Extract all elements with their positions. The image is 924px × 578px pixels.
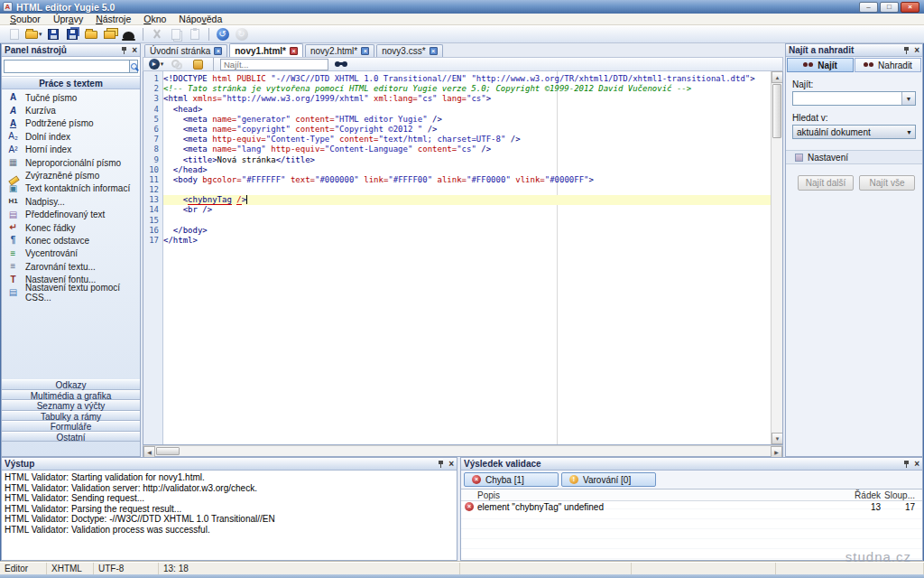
code-text[interactable]: <body bgcolor="#FFFFFF" text="#000000" l…	[163, 175, 771, 185]
settings-expander[interactable]: Nastavení	[786, 150, 922, 164]
tab-close-icon[interactable]: ×	[430, 47, 438, 55]
code-line-4[interactable]: 4 <head>	[143, 105, 771, 115]
tool-item-konec-odstavce[interactable]: ¶Konec odstavce	[2, 234, 140, 247]
tool-item-kurziva[interactable]: AKurzíva	[2, 104, 140, 117]
code-editor[interactable]: 1<!DOCTYPE html PUBLIC "-//W3C//DTD XHTM…	[143, 71, 783, 445]
menu-soubor[interactable]: Soubor	[4, 14, 47, 25]
title-bar[interactable]: A HTML editor Yugie 5.0 – □ ×	[0, 0, 924, 14]
code-line-10[interactable]: 10 </head>	[143, 165, 771, 175]
code-text[interactable]	[163, 185, 771, 195]
editor-vertical-scrollbar[interactable]: ▲ ▼	[771, 71, 782, 444]
undo-button[interactable]: ↺	[214, 26, 232, 42]
run-dropdown-icon[interactable]: ▾	[161, 61, 164, 68]
tool-item-tucne-pismo[interactable]: ATučné písmo	[2, 91, 140, 104]
code-text[interactable]: <!-- Tato stránka je vytvořena pomocí HT…	[163, 84, 771, 94]
find-combobox[interactable]: ▼	[792, 91, 916, 106]
output-log[interactable]: HTML Validator: Starting validation for …	[2, 471, 457, 560]
code-line-16[interactable]: 16 </body>	[143, 226, 771, 236]
cut-button[interactable]	[148, 26, 166, 42]
menu-nastroje[interactable]: Nástroje	[89, 14, 137, 25]
redo-button[interactable]: ↻	[233, 26, 251, 42]
code-line-6[interactable]: 6 <meta name="copyright" content="Copyri…	[143, 125, 771, 135]
code-text[interactable]: </html>	[163, 236, 771, 246]
pin-icon[interactable]	[903, 46, 910, 54]
code-line-17[interactable]: 17</html>	[143, 236, 771, 246]
save-button[interactable]	[44, 26, 62, 42]
tab-close-icon[interactable]: ×	[290, 47, 298, 55]
validation-row[interactable]: ×element "chybnyTag" undefined1317	[461, 501, 922, 512]
preview-button[interactable]	[120, 26, 138, 42]
close-icon[interactable]: ×	[914, 460, 919, 468]
validation-tab-varovani-0[interactable]: !Varování [0]	[561, 472, 656, 487]
category-tabulky-a-ramy[interactable]: Tabulky a rámy	[2, 411, 140, 422]
code-line-13[interactable]: 13 <chybnyTag />	[143, 195, 771, 205]
pin-icon[interactable]	[438, 460, 445, 468]
pin-icon[interactable]	[903, 460, 910, 468]
tool-item-podtrzene-pismo[interactable]: APodtržené písmo	[2, 117, 140, 130]
tab-replace[interactable]: Nahradit	[855, 58, 921, 72]
validate-button[interactable]	[189, 56, 207, 72]
code-line-9[interactable]: 9 <title>Nová stránka</title>	[143, 155, 771, 165]
section-header-text-tools[interactable]: Práce s textem	[2, 77, 140, 89]
tool-item-horni-index[interactable]: A²Horní index	[2, 144, 140, 156]
menu-upravy[interactable]: Úpravy	[47, 14, 89, 25]
chevron-down-icon[interactable]: ▾	[39, 31, 42, 38]
settings-gears-button[interactable]	[168, 56, 186, 72]
code-area[interactable]: 1<!DOCTYPE html PUBLIC "-//W3C//DTD XHTM…	[143, 71, 771, 444]
code-line-1[interactable]: 1<!DOCTYPE html PUBLIC "-//W3C//DTD XHTM…	[143, 74, 771, 84]
category-formulare[interactable]: Formuláře	[2, 421, 140, 432]
tool-item-text-kontaktnich-informaci[interactable]: ▣Text kontaktních informací	[2, 182, 140, 195]
code-text[interactable]	[163, 216, 771, 226]
code-text[interactable]: <head>	[163, 105, 771, 115]
tool-item-nadpisy[interactable]: H1Nadpisy...	[2, 195, 140, 208]
scope-select[interactable]: aktuální dokument▼	[792, 125, 916, 139]
find-all-button[interactable]: Najít vše	[859, 175, 915, 191]
tab-close-icon[interactable]: ×	[214, 47, 222, 55]
tool-item-nastaveni-textu-pomoci-css[interactable]: ▤Nastavení textu pomocí CSS...	[2, 286, 140, 299]
editor-search-input[interactable]	[220, 59, 328, 70]
menu-napoveda[interactable]: Nápověda	[172, 14, 228, 25]
code-line-2[interactable]: 2<!-- Tato stránka je vytvořena pomocí H…	[143, 84, 771, 94]
code-text[interactable]: <title>Nová stránka</title>	[163, 155, 771, 165]
tab-uvodni-stranka[interactable]: Úvodní stránka×	[144, 44, 227, 57]
code-text[interactable]: <meta name="lang" http-equiv="Content-La…	[163, 144, 771, 154]
pin-icon[interactable]	[121, 46, 128, 54]
tool-item-neproporcionalni-pismo[interactable]: ▦Neproporcionální písmo	[2, 156, 140, 169]
folder-copy-button[interactable]	[101, 26, 119, 42]
code-text[interactable]: <!DOCTYPE html PUBLIC "-//W3C//DTD XHTML…	[163, 74, 771, 84]
tab-find[interactable]: Najít	[787, 58, 854, 72]
code-text[interactable]: </body>	[163, 226, 771, 236]
column-radek[interactable]: Řádek	[841, 490, 881, 500]
tool-item-zarovnani-textu[interactable]: ≡Zarovnání textu...	[2, 260, 140, 273]
tool-item-zvyraznene-pismo[interactable]: Zvýrazněné písmo	[2, 169, 140, 182]
category-ostatni[interactable]: Ostatní	[2, 432, 140, 443]
copy-button[interactable]	[167, 26, 185, 42]
close-button[interactable]: ×	[901, 2, 919, 13]
category-seznamy-a-vycty[interactable]: Seznamy a výčty	[2, 400, 140, 411]
scroll-down-icon[interactable]: ▼	[772, 433, 783, 444]
code-text[interactable]: <chybnyTag />	[163, 195, 771, 205]
scrollbar-thumb[interactable]	[156, 447, 180, 455]
code-text[interactable]: <html xmlns="http://www.w3.org/1999/xhtm…	[163, 94, 771, 104]
editor-horizontal-scrollbar[interactable]: ◀ ▶	[143, 445, 783, 457]
code-text[interactable]: <meta name="copyright" content="Copyrigh…	[163, 125, 771, 135]
tool-item-konec-radky[interactable]: ↵Konec řádky	[2, 221, 140, 234]
close-icon[interactable]: ×	[448, 460, 454, 468]
scrollbar-thumb[interactable]	[772, 84, 781, 138]
code-line-15[interactable]: 15	[143, 216, 771, 226]
tools-search-input[interactable]	[4, 60, 129, 73]
code-line-11[interactable]: 11 <body bgcolor="#FFFFFF" text="#000000…	[143, 175, 771, 185]
validation-tab-chyba-1[interactable]: ×Chyba [1]	[464, 472, 559, 487]
category-odkazy[interactable]: Odkazy	[2, 379, 140, 390]
code-line-8[interactable]: 8 <meta name="lang" http-equiv="Content-…	[143, 144, 771, 154]
search-button[interactable]	[129, 60, 138, 73]
paste-button[interactable]	[186, 26, 204, 42]
chevron-down-icon[interactable]: ▼	[901, 92, 915, 105]
code-text[interactable]: <meta name="generator" content="HTML edi…	[163, 115, 771, 125]
code-text[interactable]: </head>	[163, 165, 771, 175]
category-multimedia-a-grafika[interactable]: Multimédia a grafika	[2, 390, 140, 401]
code-line-7[interactable]: 7 <meta http-equiv="Content-Type" conten…	[143, 135, 771, 144]
code-line-12[interactable]: 12	[143, 185, 771, 195]
run-button[interactable]: ▸▾	[147, 56, 165, 72]
save-all-button[interactable]	[63, 26, 81, 42]
